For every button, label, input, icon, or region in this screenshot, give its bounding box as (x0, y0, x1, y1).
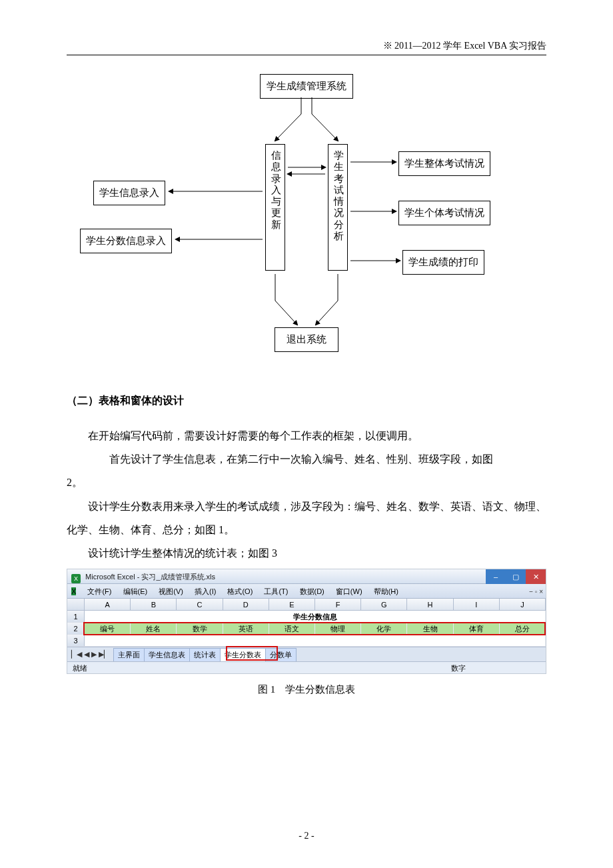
diagram-box-info-entry: 信息录入与更新 (265, 144, 285, 271)
cell-2E[interactable]: 语文 (269, 623, 315, 634)
menu-window[interactable]: 窗口(W) (336, 587, 362, 595)
diagram-box-right-3: 学生成绩的打印 (402, 250, 484, 275)
cell-2H[interactable]: 生物 (407, 623, 453, 634)
diagram-box-right-2: 学生个体考试情况 (398, 201, 490, 225)
cell-2J[interactable]: 总分 (500, 623, 546, 634)
col-C[interactable]: C (177, 599, 223, 610)
excel-screenshot: X Microsoft Excel - 实习_成绩管理系统.xls – ▢ ✕ … (67, 569, 546, 674)
menu-format[interactable]: 格式(O) (227, 587, 253, 595)
cell-2F[interactable]: 物理 (315, 623, 361, 634)
tab-main[interactable]: 主界面 (113, 648, 145, 661)
cell-2B[interactable]: 姓名 (131, 623, 177, 634)
excel-icon: X (71, 574, 81, 583)
excel-sheet-body: 1 学生分数信息 2 编号 姓名 数学 英语 语文 物理 化学 生物 体育 总分… (67, 611, 546, 647)
row-header-3[interactable]: 3 (67, 635, 85, 646)
sheet-tabs-bar: ▏◀ ◀ ▶ ▶▏ 主界面 学生信息表 统计表 学生分数表 分数单 (67, 647, 546, 661)
mdi-buttons[interactable]: − ▫ × (529, 585, 543, 599)
tab-stats[interactable]: 统计表 (189, 648, 221, 661)
window-max-button[interactable]: ▢ (506, 569, 526, 584)
col-G[interactable]: G (361, 599, 407, 610)
menu-help[interactable]: 帮助(H) (374, 587, 398, 595)
status-numlock: 数字 (451, 662, 466, 674)
col-J[interactable]: J (500, 599, 546, 610)
sheet-row-1[interactable]: 1 学生分数信息 (67, 611, 546, 623)
status-ready: 就绪 (73, 664, 87, 672)
row-header-2[interactable]: 2 (67, 623, 85, 634)
sheet-title-cell[interactable]: 学生分数信息 (85, 611, 546, 622)
row-header-1[interactable]: 1 (67, 611, 85, 622)
menu-data[interactable]: 数据(D) (300, 587, 324, 595)
header-rule (67, 55, 546, 55)
col-F[interactable]: F (315, 599, 361, 610)
page-number: - 2 - (0, 831, 613, 841)
menu-tools[interactable]: 工具(T) (264, 587, 288, 595)
paragraph-2: 首先设计了学生信息表，在第二行中一次输入编号、姓名、性别、班级字段，如图2。 (67, 447, 546, 494)
doc-icon: X (71, 587, 76, 595)
cell-2A[interactable]: 编号 (85, 623, 131, 634)
excel-titlebar: X Microsoft Excel - 实习_成绩管理系统.xls – ▢ ✕ (67, 569, 546, 584)
col-H[interactable]: H (407, 599, 453, 610)
menu-edit[interactable]: 编辑(E) (123, 587, 148, 595)
excel-status-bar: 就绪 数字 (67, 661, 546, 673)
diagram-box-analysis: 学生考试情况分析 (328, 144, 348, 271)
diagram-box-top: 学生成绩管理系统 (260, 74, 353, 99)
document-page: ※ 2011—2012 学年 Excel VBA 实习报告 学生成绩管理系统 信… (0, 0, 613, 868)
cell-2I[interactable]: 体育 (454, 623, 500, 634)
menu-insert[interactable]: 插入(I) (195, 587, 216, 595)
paragraph-3: 设计学生分数表用来录入学生的考试成绩，涉及字段为：编号、姓名、数学、英语、语文、… (67, 495, 546, 541)
figure-caption: 图 1 学生分数信息表 (67, 683, 546, 696)
excel-title: Microsoft Excel - 实习_成绩管理系统.xls (85, 573, 215, 581)
paragraph-1: 在开始编写代码前，需要设计好需要的每个工作表的框架，以便调用。 (67, 424, 546, 447)
section-heading: （二）表格和窗体的设计 (67, 394, 546, 408)
col-A[interactable]: A (85, 599, 131, 610)
paragraph-4: 设计统计学生整体情况的统计表；如图 3 (67, 541, 546, 565)
cell-2C[interactable]: 数学 (177, 623, 223, 634)
col-E[interactable]: E (269, 599, 315, 610)
empty-row-3[interactable] (85, 635, 546, 646)
tabs-nav[interactable]: ▏◀ ◀ ▶ ▶▏ (67, 650, 113, 659)
header-right: ※ 2011—2012 学年 Excel VBA 实习报告 (67, 40, 546, 52)
flow-diagram: 学生成绩管理系统 信息录入与更新 学生考试情况分析 学生信息录入 学生分数信息录… (67, 74, 546, 354)
window-close-button[interactable]: ✕ (526, 569, 546, 584)
col-I[interactable]: I (454, 599, 500, 610)
sheet-row-3[interactable]: 3 (67, 635, 546, 647)
window-min-button[interactable]: – (486, 569, 506, 584)
diagram-box-left-2: 学生分数信息录入 (80, 229, 172, 253)
sheet-row-2[interactable]: 2 编号 姓名 数学 英语 语文 物理 化学 生物 体育 总分 (67, 623, 546, 635)
cell-2G[interactable]: 化学 (361, 623, 407, 634)
tab-score-sheet[interactable]: 学生分数表 (220, 648, 266, 661)
cell-2D[interactable]: 英语 (223, 623, 269, 634)
corner-cell[interactable] (67, 599, 85, 610)
diagram-box-bottom: 退出系统 (275, 327, 338, 352)
menu-view[interactable]: 视图(V) (159, 587, 183, 595)
window-buttons: – ▢ ✕ (486, 569, 546, 584)
excel-column-headers: A B C D E F G H I J (67, 599, 546, 611)
tab-student-info[interactable]: 学生信息表 (144, 648, 190, 661)
diagram-box-right-1: 学生整体考试情况 (398, 151, 490, 176)
excel-menubar: X 文件(F) 编辑(E) 视图(V) 插入(I) 格式(O) 工具(T) 数据… (67, 584, 546, 599)
diagram-box-left-1: 学生信息录入 (93, 181, 165, 205)
menu-file[interactable]: 文件(F) (87, 587, 111, 595)
col-D[interactable]: D (223, 599, 269, 610)
col-B[interactable]: B (131, 599, 177, 610)
tab-score-list[interactable]: 分数单 (265, 648, 297, 661)
body-text: 在开始编写代码前，需要设计好需要的每个工作表的框架，以便调用。 首先设计了学生信… (67, 424, 546, 565)
